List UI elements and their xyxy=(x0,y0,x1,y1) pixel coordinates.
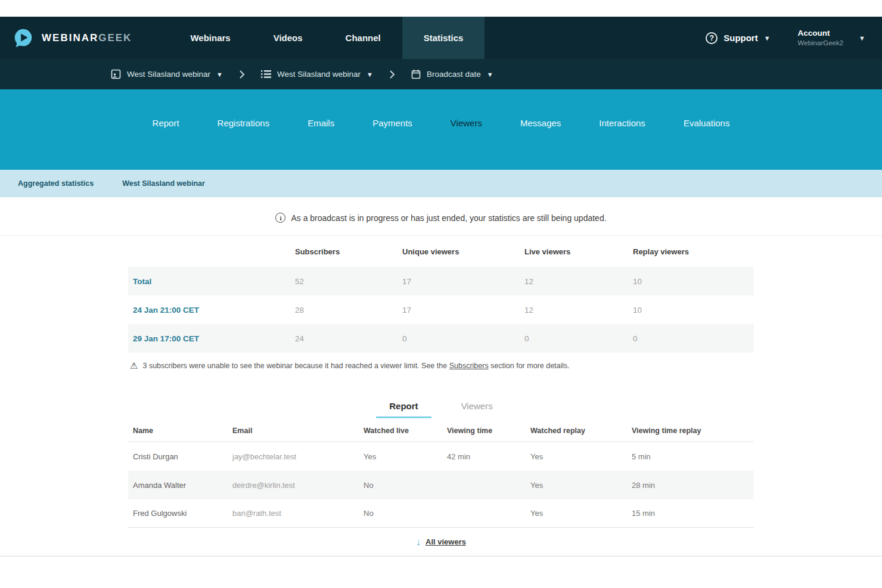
list-icon xyxy=(261,70,271,79)
tab-report-detail[interactable]: Report xyxy=(376,397,431,418)
scope-subbar: Aggregated statistics West Silasland web… xyxy=(0,170,882,197)
summary-total-unique-viewers: 17 xyxy=(402,277,524,286)
nav-item-webinars[interactable]: Webinars xyxy=(169,17,251,59)
summary-row-total: Total 52 17 12 10 xyxy=(128,267,754,295)
brand-bold: WEBINAR xyxy=(42,32,98,43)
viewer-watched-replay: Yes xyxy=(530,509,632,518)
summary-header-replay-viewers: Replay viewers xyxy=(633,247,754,256)
viewer-viewing-time-replay: 28 min xyxy=(632,481,754,490)
viewer-watched-live: No xyxy=(364,509,447,518)
nav-item-statistics[interactable]: Statistics xyxy=(402,17,485,59)
chevron-down-icon: ▼ xyxy=(367,71,373,78)
broadcast-date-selector[interactable]: Broadcast date ▼ xyxy=(411,69,493,79)
viewer-viewing-time-replay: 15 min xyxy=(632,509,754,518)
tab-emails[interactable]: Emails xyxy=(308,118,334,128)
table-row: Amanda Walter deirdre@kirlin.test No Yes… xyxy=(128,471,754,499)
session-selector-label: West Silasland webinar xyxy=(277,70,361,79)
warning-suffix: section for more details. xyxy=(489,362,570,370)
account-name: WebinarGeek2 xyxy=(798,39,844,47)
warning-prefix: 3 subscribers were unable to see the web… xyxy=(142,362,449,370)
summary-row-29jan-link[interactable]: 29 Jan 17:00 CET xyxy=(128,334,295,343)
statistics-tab-band: Report Registrations Emails Payments Vie… xyxy=(0,89,882,170)
summary-24jan-unique-viewers: 17 xyxy=(402,306,524,315)
tab-evaluations[interactable]: Evaluations xyxy=(684,118,730,128)
nav-item-channel[interactable]: Channel xyxy=(324,17,402,59)
viewer-email: deirdre@kirlin.test xyxy=(232,481,364,490)
report-viewers-tabs: Report Viewers xyxy=(0,397,882,418)
warning-triangle-icon: ⚠ xyxy=(130,361,138,370)
tab-interactions[interactable]: Interactions xyxy=(599,118,645,128)
viewers-table: Name Email Watched live Viewing time Wat… xyxy=(128,419,754,528)
breadcrumb-separator-icon xyxy=(238,70,246,79)
all-viewers-link[interactable]: All viewers xyxy=(426,537,466,546)
session-selector[interactable]: West Silasland webinar ▼ xyxy=(261,70,373,79)
summary-header-unique-viewers: Unique viewers xyxy=(402,247,524,256)
summary-header-row: Subscribers Unique viewers Live viewers … xyxy=(128,236,754,267)
summary-row-24jan-link[interactable]: 24 Jan 21:00 CET xyxy=(128,306,295,315)
table-row: Fred Gulgowski bari@rath.test No Yes 15 … xyxy=(128,499,754,528)
chevron-down-icon: ▼ xyxy=(487,71,493,78)
viewer-watched-replay: Yes xyxy=(530,481,632,490)
viewer-limit-warning: ⚠ 3 subscribers were unable to see the w… xyxy=(130,361,882,370)
viewer-email: jay@bechtelar.test xyxy=(232,452,364,461)
summary-total-replay-viewers: 10 xyxy=(633,277,754,286)
info-icon: i xyxy=(275,213,285,223)
viewer-name: Fred Gulgowski xyxy=(128,509,232,518)
subbar-aggregated-statistics[interactable]: Aggregated statistics xyxy=(18,179,94,188)
viewer-watched-live: No xyxy=(364,481,447,490)
viewer-viewing-time-replay: 5 min xyxy=(632,452,754,461)
tab-payments[interactable]: Payments xyxy=(372,118,412,128)
viewer-email: bari@rath.test xyxy=(232,509,364,518)
nav-item-videos[interactable]: Videos xyxy=(252,17,324,59)
main-menu: Webinars Videos Channel Statistics xyxy=(169,17,485,59)
summary-29jan-live-viewers: 0 xyxy=(524,334,633,343)
tab-registrations[interactable]: Registrations xyxy=(218,118,270,128)
summary-29jan-replay-viewers: 0 xyxy=(633,334,754,343)
summary-29jan-unique-viewers: 0 xyxy=(402,334,524,343)
chevron-down-icon: ▼ xyxy=(216,71,223,78)
viewers-header-watched-live: Watched live xyxy=(364,427,447,435)
summary-table: Subscribers Unique viewers Live viewers … xyxy=(128,236,754,353)
account-menu[interactable]: Account WebinarGeek2 ▼ xyxy=(798,29,865,47)
support-menu[interactable]: ? Support ▼ xyxy=(706,32,770,44)
summary-header-subscribers: Subscribers xyxy=(295,247,402,256)
viewers-header-email: Email xyxy=(232,427,364,435)
nav-right-area: ? Support ▼ Account WebinarGeek2 ▼ xyxy=(706,29,865,47)
tab-messages[interactable]: Messages xyxy=(520,118,561,128)
info-banner-text: As a broadcast is in progress or has jus… xyxy=(291,213,606,223)
summary-24jan-live-viewers: 12 xyxy=(524,306,633,315)
summary-row-24jan: 24 Jan 21:00 CET 28 17 12 10 xyxy=(128,295,754,324)
summary-row-29jan: 29 Jan 17:00 CET 24 0 0 0 xyxy=(128,324,754,353)
chevron-down-icon: ▼ xyxy=(764,35,771,42)
tab-report[interactable]: Report xyxy=(153,118,179,128)
brand-light: GEEK xyxy=(98,32,132,43)
webinargeek-logo[interactable]: WEBINARGEEK xyxy=(12,27,132,49)
statistics-tabs: Report Registrations Emails Payments Vie… xyxy=(0,89,882,128)
warning-text: 3 subscribers were unable to see the web… xyxy=(142,362,569,370)
account-lines: Account WebinarGeek2 xyxy=(798,29,844,47)
support-label: Support xyxy=(723,33,758,43)
breadcrumb-separator-icon xyxy=(389,70,396,79)
viewer-watched-live: Yes xyxy=(364,452,447,461)
browser-white-strip xyxy=(0,0,882,17)
question-circle-icon: ? xyxy=(706,32,718,44)
webinar-selector[interactable]: West Silasland webinar ▼ xyxy=(111,69,223,79)
subbar-webinar-name[interactable]: West Silasland webinar xyxy=(122,179,205,188)
viewer-name: Cristi Durgan xyxy=(128,452,232,461)
viewer-watched-replay: Yes xyxy=(530,452,632,461)
broadcast-date-label: Broadcast date xyxy=(427,70,481,79)
summary-row-total-link[interactable]: Total xyxy=(128,277,295,286)
viewers-header-watched-replay: Watched replay xyxy=(530,427,632,435)
account-label: Account xyxy=(798,29,844,39)
chevron-down-icon: ▼ xyxy=(859,35,865,42)
viewers-header-viewing-time: Viewing time xyxy=(447,427,530,435)
subscribers-link[interactable]: Subscribers xyxy=(449,362,489,370)
summary-total-live-viewers: 12 xyxy=(524,277,633,286)
viewers-header-name: Name xyxy=(128,427,232,435)
webinar-selector-label: West Silasland webinar xyxy=(127,70,210,79)
calendar-icon xyxy=(411,69,421,79)
tab-viewers-detail[interactable]: Viewers xyxy=(448,397,506,418)
breadcrumb-bar: West Silasland webinar ▼ West Silasland … xyxy=(0,59,882,89)
tab-viewers[interactable]: Viewers xyxy=(451,118,482,128)
summary-total-subscribers: 52 xyxy=(295,277,402,286)
